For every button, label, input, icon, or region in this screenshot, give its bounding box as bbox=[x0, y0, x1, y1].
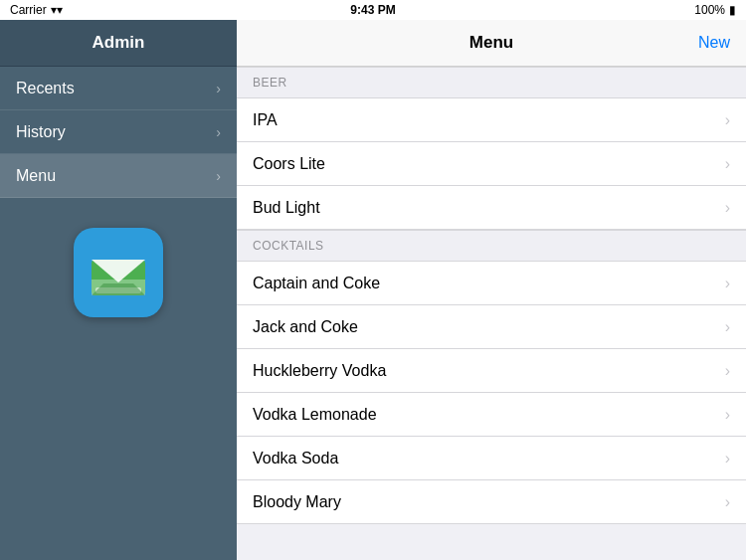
list-item-ipa[interactable]: IPA › bbox=[237, 98, 746, 142]
list-item-captain-coke-label: Captain and Coke bbox=[253, 275, 380, 292]
list-item-captain-coke[interactable]: Captain and Coke › bbox=[237, 262, 746, 305]
section-header-beer-label: BEER bbox=[253, 76, 287, 90]
list-item-ipa-label: IPA bbox=[253, 111, 278, 129]
list-item-huckleberry-vodka-label: Huckleberry Vodka bbox=[253, 362, 386, 380]
main-content: Menu New BEER IPA › Coors Lite › Bud Lig… bbox=[237, 20, 746, 560]
chevron-right-icon: › bbox=[216, 124, 221, 140]
app-icon-svg bbox=[84, 238, 153, 307]
chevron-right-icon: › bbox=[725, 362, 730, 380]
sidebar-title: Admin bbox=[93, 33, 145, 53]
chevron-right-icon: › bbox=[725, 155, 730, 173]
battery-icon: ▮ bbox=[729, 3, 736, 17]
sidebar-header: Admin bbox=[0, 20, 237, 67]
list-item-bud-light-label: Bud Light bbox=[253, 199, 320, 217]
carrier-text: Carrier bbox=[10, 3, 47, 17]
list-item-bloody-mary[interactable]: Bloody Mary › bbox=[237, 480, 746, 524]
status-bar: Carrier ▾▾ 9:43 PM 100% ▮ bbox=[0, 0, 746, 20]
list-item-vodka-lemonade[interactable]: Vodka Lemonade › bbox=[237, 393, 746, 437]
list-item-vodka-soda-label: Vodka Soda bbox=[253, 450, 338, 467]
chevron-right-icon: › bbox=[725, 450, 730, 467]
sidebar: Admin Recents › History › Menu › bbox=[0, 20, 237, 560]
section-header-beer: BEER bbox=[237, 67, 746, 98]
list-item-coors-lite-label: Coors Lite bbox=[253, 155, 325, 173]
sidebar-item-recents-label: Recents bbox=[16, 80, 75, 97]
wifi-icon: ▾▾ bbox=[51, 3, 63, 17]
chevron-right-icon: › bbox=[725, 111, 730, 129]
status-bar-time: 9:43 PM bbox=[350, 3, 395, 17]
chevron-right-icon: › bbox=[216, 168, 221, 184]
sidebar-item-menu[interactable]: Menu › bbox=[0, 154, 237, 198]
chevron-right-icon: › bbox=[725, 493, 730, 511]
section-header-cocktails: COCKTAILS bbox=[237, 230, 746, 262]
list-item-huckleberry-vodka[interactable]: Huckleberry Vodka › bbox=[237, 349, 746, 393]
list-item-jack-coke-label: Jack and Coke bbox=[253, 318, 358, 336]
list-item-vodka-lemonade-label: Vodka Lemonade bbox=[253, 406, 377, 424]
list-item-vodka-soda[interactable]: Vodka Soda › bbox=[237, 437, 746, 480]
section-header-cocktails-label: COCKTAILS bbox=[253, 239, 324, 253]
sidebar-item-history-label: History bbox=[16, 123, 66, 141]
chevron-right-icon: › bbox=[725, 199, 730, 217]
app-container: Admin Recents › History › Menu › bbox=[0, 20, 746, 560]
list-item-bud-light[interactable]: Bud Light › bbox=[237, 186, 746, 230]
main-header: Menu New bbox=[237, 20, 746, 67]
sidebar-item-history[interactable]: History › bbox=[0, 110, 237, 154]
sidebar-icon-area bbox=[0, 198, 237, 560]
list-item-coors-lite[interactable]: Coors Lite › bbox=[237, 142, 746, 186]
chevron-right-icon: › bbox=[216, 81, 221, 96]
list-item-bloody-mary-label: Bloody Mary bbox=[253, 493, 341, 511]
sidebar-item-menu-label: Menu bbox=[16, 167, 56, 185]
app-icon bbox=[74, 228, 163, 317]
chevron-right-icon: › bbox=[725, 275, 730, 292]
main-header-title: Menu bbox=[469, 33, 513, 53]
chevron-right-icon: › bbox=[725, 318, 730, 336]
list-item-jack-coke[interactable]: Jack and Coke › bbox=[237, 305, 746, 349]
battery-text: 100% bbox=[694, 3, 725, 17]
chevron-right-icon: › bbox=[725, 406, 730, 424]
sidebar-item-recents[interactable]: Recents › bbox=[0, 67, 237, 110]
status-bar-right: 100% ▮ bbox=[694, 3, 736, 17]
list-container: BEER IPA › Coors Lite › Bud Light › COCK… bbox=[237, 67, 746, 560]
new-button[interactable]: New bbox=[698, 34, 730, 52]
status-bar-left: Carrier ▾▾ bbox=[10, 3, 63, 17]
